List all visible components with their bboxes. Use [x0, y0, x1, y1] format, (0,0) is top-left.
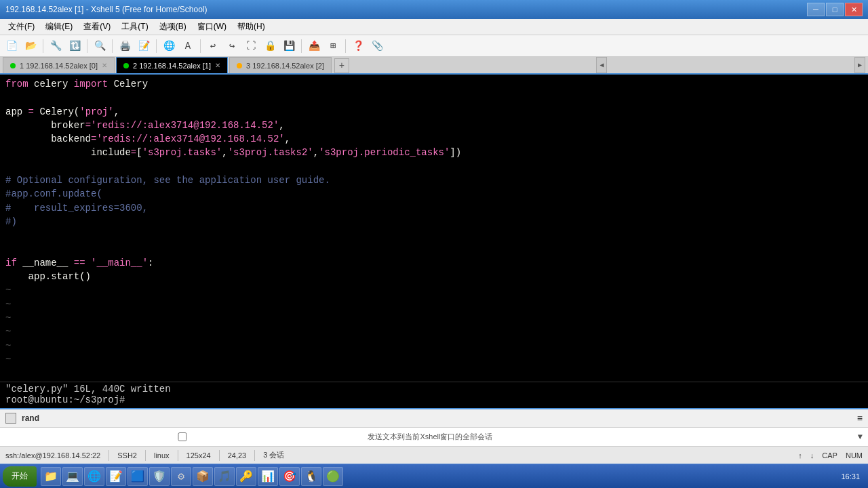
ssh-connection: ssh:/alex@192.168.14.52:22 [5, 451, 100, 460]
taskbar-icon-tools[interactable]: 🔑 [236, 467, 256, 486]
taskbar-icon-package[interactable]: 📦 [193, 467, 213, 486]
menu-file[interactable]: 文件(F) [3, 19, 40, 35]
help-button[interactable]: ❓ [349, 37, 367, 55]
tab-1-close[interactable]: ✕ [102, 62, 107, 69]
code-line-blank1 [5, 91, 863, 104]
tab-scroll-left[interactable]: ◀ [596, 57, 607, 73]
code-line-7: #app.conf.update( [5, 187, 863, 201]
broadcast-label: 发送文本到当前Xshell窗口的全部会话 [368, 432, 492, 442]
undo-button[interactable]: ↩ [204, 37, 222, 55]
tab-2[interactable]: 2 192.168.14.52alex [1] ✕ [116, 57, 228, 73]
minimize-button[interactable]: ─ [807, 3, 825, 16]
taskbar-icon-music[interactable]: 🎵 [214, 467, 235, 486]
taskbar-icon-target[interactable]: 🎯 [279, 467, 300, 486]
broadcast-checkbox[interactable] [5, 432, 359, 441]
toolbar-sep-4 [156, 39, 157, 53]
tab-3-label: 3 192.168.14.52alex [2] [246, 62, 324, 70]
prompt-text: root@ubuntu:~/s3proj# [5, 394, 125, 405]
tilde-5: ~ [5, 339, 863, 352]
globe-button[interactable]: 🌐 [160, 37, 178, 55]
terminal-status: "celery.py" 16L, 440C written root@ubunt… [0, 382, 868, 408]
toolbar-sep-5 [200, 39, 201, 53]
taskbar-icon-antivirus[interactable]: 🛡️ [149, 467, 170, 486]
chart-icon: 📊 [261, 470, 275, 483]
toolbar-layout-btn[interactable]: ⊞ [324, 37, 342, 55]
tilde-2: ~ [5, 298, 863, 311]
properties-button[interactable]: 🔧 [47, 37, 64, 55]
shell-prompt: root@ubuntu:~/s3proj# [5, 394, 863, 405]
code-line-blank3 [5, 228, 863, 242]
tab-2-dot [123, 63, 129, 68]
toolbar-btn-2[interactable]: 🔃 [66, 37, 83, 55]
input-dropdown-arrow[interactable]: ▼ [858, 432, 863, 442]
tilde-1: ~ [5, 283, 863, 297]
status-sep-1 [108, 450, 109, 461]
lock-button[interactable]: 🔒 [261, 37, 279, 55]
tab-1-dot [10, 63, 16, 68]
font-button[interactable]: A [179, 37, 197, 55]
menu-view[interactable]: 查看(V) [78, 19, 116, 35]
tab-3[interactable]: 3 192.168.14.52alex [2] [229, 57, 332, 73]
status-right: ↑ ↓ CAP NUM [798, 451, 863, 460]
close-button[interactable]: ✕ [845, 3, 863, 16]
fullscreen-button[interactable]: ⛶ [242, 37, 260, 55]
bottom-panel: rand ≡ [0, 408, 868, 427]
browser-icon: 🌐 [87, 470, 101, 483]
scroll-down-btn[interactable]: ↓ [810, 451, 814, 460]
start-button[interactable]: 开始 [3, 466, 37, 487]
status-bar: ssh:/alex@192.168.14.52:22 SSH2 linux 12… [0, 446, 868, 464]
new-session-button[interactable]: 📄 [3, 37, 20, 55]
terminal-icon: 💻 [66, 470, 79, 483]
tab-2-close[interactable]: ✕ [215, 62, 220, 69]
toolbar-btn-6[interactable]: 📎 [368, 37, 386, 55]
toolbar-btn-3[interactable]: 📝 [135, 37, 153, 55]
menu-window[interactable]: 窗口(W) [192, 19, 232, 35]
status-sep-5 [254, 450, 255, 461]
maximize-button[interactable]: □ [826, 3, 844, 16]
title-bar: 192.168.14.52alex [1] - Xshell 5 (Free f… [0, 0, 868, 19]
redo-button[interactable]: ↪ [223, 37, 241, 55]
tab-scroll-right[interactable]: ▶ [854, 57, 865, 73]
code-line-6: # Optional configuration, see the applic… [5, 174, 863, 187]
command-input[interactable] [498, 432, 852, 442]
menu-tools[interactable]: 工具(T) [116, 19, 153, 35]
taskbar-icon-chart[interactable]: 📊 [258, 467, 278, 486]
tab-bar: 1 192.168.14.52alex [0] ✕ 2 192.168.14.5… [0, 57, 868, 75]
taskbar: 开始 📁 💻 🌐 📝 🟦 🛡️ ⚙️ 📦 🎵 🔑 📊 🎯 🐧 🟢 16:31 [0, 464, 868, 488]
code-line-1: from celery import Celery [5, 77, 863, 91]
taskbar-icon-linux[interactable]: 🐧 [301, 467, 321, 486]
code-line-3: broker='redis://:alex3714@192.168.14.52'… [5, 119, 863, 132]
taskbar-icon-word[interactable]: 🟦 [127, 467, 148, 486]
menu-edit[interactable]: 编辑(E) [40, 19, 78, 35]
add-tab-button[interactable]: + [334, 58, 349, 73]
target-icon: 🎯 [283, 470, 296, 483]
taskbar-icon-terminal[interactable]: 💻 [62, 467, 83, 486]
open-button[interactable]: 📂 [22, 37, 39, 55]
status-sep-4 [219, 450, 220, 461]
menu-options[interactable]: 选项(B) [154, 19, 192, 35]
vim-file-info: "celery.py" 16L, 440C written [5, 384, 171, 394]
toolbar-btn-4[interactable]: 💾 [280, 37, 298, 55]
find-button[interactable]: 🔍 [91, 37, 108, 55]
code-line-8: # result_expires=3600, [5, 201, 863, 215]
taskbar-icon-files[interactable]: 📁 [41, 467, 61, 486]
panel-menu-icon[interactable]: ≡ [857, 413, 863, 424]
toolbar-btn-5[interactable]: 📤 [305, 37, 323, 55]
tab-1[interactable]: 1 192.168.14.52alex [0] ✕ [3, 57, 115, 73]
scroll-up-btn[interactable]: ↑ [798, 451, 802, 460]
menu-help[interactable]: 帮助(H) [232, 19, 271, 35]
terminal-area[interactable]: from celery import Celery app = Celery('… [0, 75, 868, 382]
taskbar-icon-green[interactable]: 🟢 [323, 467, 343, 486]
code-line-blank4 [5, 243, 863, 256]
session-count: 3 会话 [263, 450, 284, 460]
code-line-4: backend='redis://:alex3714@192.168.14.52… [5, 132, 863, 146]
tab-2-label: 2 192.168.14.52alex [1] [133, 62, 211, 70]
taskbar-icon-notepad[interactable]: 📝 [106, 467, 126, 486]
titlebar-text: 192.168.14.52alex [1] - Xshell 5 (Free f… [5, 5, 208, 14]
print-button[interactable]: 🖨️ [116, 37, 134, 55]
toolbar-sep-1 [43, 39, 43, 53]
package-icon: 📦 [196, 470, 210, 483]
taskbar-icon-browser[interactable]: 🌐 [84, 467, 104, 486]
taskbar-icon-settings[interactable]: ⚙️ [171, 467, 191, 486]
notepad-icon: 📝 [109, 470, 123, 483]
